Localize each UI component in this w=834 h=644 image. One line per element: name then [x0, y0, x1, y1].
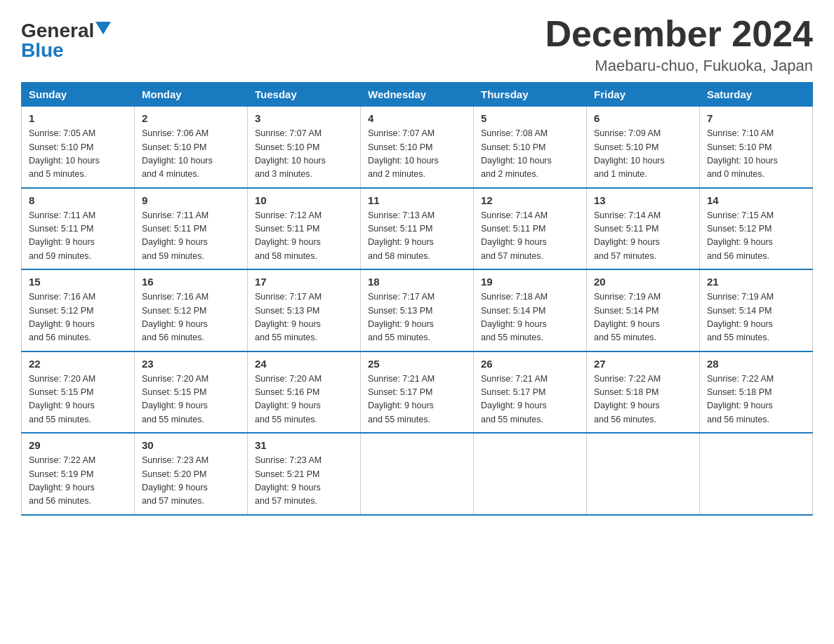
day-number: 16: [142, 276, 240, 288]
day-info: Sunrise: 7:15 AMSunset: 5:12 PMDaylight:…: [707, 209, 805, 264]
day-number: 31: [255, 439, 353, 451]
day-number: 12: [481, 194, 579, 206]
calendar-cell: 22Sunrise: 7:20 AMSunset: 5:15 PMDayligh…: [22, 351, 135, 434]
logo: General Blue: [21, 14, 111, 60]
day-number: 8: [29, 194, 127, 206]
day-number: 23: [142, 358, 240, 370]
day-info: Sunrise: 7:19 AMSunset: 5:14 PMDaylight:…: [594, 290, 692, 345]
page-header: General Blue December 2024 Maebaru-chuo,…: [21, 14, 813, 75]
calendar-cell: 29Sunrise: 7:22 AMSunset: 5:19 PMDayligh…: [22, 433, 135, 515]
calendar-cell: 27Sunrise: 7:22 AMSunset: 5:18 PMDayligh…: [587, 351, 700, 434]
calendar-header-row: SundayMondayTuesdayWednesdayThursdayFrid…: [22, 83, 813, 107]
day-number: 4: [368, 112, 466, 124]
calendar-week-row: 15Sunrise: 7:16 AMSunset: 5:12 PMDayligh…: [22, 269, 813, 351]
day-info: Sunrise: 7:17 AMSunset: 5:13 PMDaylight:…: [368, 290, 466, 345]
day-number: 24: [255, 358, 353, 370]
day-info: Sunrise: 7:22 AMSunset: 5:18 PMDaylight:…: [707, 373, 805, 427]
day-info: Sunrise: 7:14 AMSunset: 5:11 PMDaylight:…: [594, 209, 692, 264]
title-block: December 2024 Maebaru-chuo, Fukuoka, Jap…: [545, 14, 813, 75]
logo-general-text: General: [21, 21, 94, 41]
day-info: Sunrise: 7:20 AMSunset: 5:16 PMDaylight:…: [255, 373, 353, 427]
calendar-cell: [474, 433, 587, 515]
day-info: Sunrise: 7:16 AMSunset: 5:12 PMDaylight:…: [29, 290, 127, 345]
calendar-week-row: 1Sunrise: 7:05 AMSunset: 5:10 PMDaylight…: [22, 107, 813, 188]
day-number: 10: [255, 194, 353, 206]
weekday-header-monday: Monday: [135, 83, 248, 107]
calendar-cell: 8Sunrise: 7:11 AMSunset: 5:11 PMDaylight…: [22, 188, 135, 270]
calendar-week-row: 8Sunrise: 7:11 AMSunset: 5:11 PMDaylight…: [22, 188, 813, 270]
day-info: Sunrise: 7:11 AMSunset: 5:11 PMDaylight:…: [142, 209, 240, 264]
calendar-week-row: 22Sunrise: 7:20 AMSunset: 5:15 PMDayligh…: [22, 351, 813, 434]
day-number: 18: [368, 276, 466, 288]
logo-triangle-icon: [95, 22, 111, 37]
day-info: Sunrise: 7:19 AMSunset: 5:14 PMDaylight:…: [707, 290, 805, 345]
day-number: 17: [255, 276, 353, 288]
day-number: 21: [707, 276, 805, 288]
day-number: 6: [594, 112, 692, 124]
calendar-cell: 26Sunrise: 7:21 AMSunset: 5:17 PMDayligh…: [474, 351, 587, 434]
calendar-cell: 18Sunrise: 7:17 AMSunset: 5:13 PMDayligh…: [361, 269, 474, 351]
month-title: December 2024: [545, 14, 813, 54]
day-number: 20: [594, 276, 692, 288]
calendar-cell: 21Sunrise: 7:19 AMSunset: 5:14 PMDayligh…: [700, 269, 813, 351]
calendar-cell: 24Sunrise: 7:20 AMSunset: 5:16 PMDayligh…: [248, 351, 361, 434]
weekday-header-tuesday: Tuesday: [248, 83, 361, 107]
calendar-cell: 6Sunrise: 7:09 AMSunset: 5:10 PMDaylight…: [587, 107, 700, 188]
calendar-cell: [361, 433, 474, 515]
calendar-cell: 4Sunrise: 7:07 AMSunset: 5:10 PMDaylight…: [361, 107, 474, 188]
day-info: Sunrise: 7:13 AMSunset: 5:11 PMDaylight:…: [368, 209, 466, 264]
day-info: Sunrise: 7:16 AMSunset: 5:12 PMDaylight:…: [142, 290, 240, 345]
calendar-cell: 16Sunrise: 7:16 AMSunset: 5:12 PMDayligh…: [135, 269, 248, 351]
day-info: Sunrise: 7:21 AMSunset: 5:17 PMDaylight:…: [368, 373, 466, 427]
calendar-cell: [700, 433, 813, 515]
day-info: Sunrise: 7:22 AMSunset: 5:19 PMDaylight:…: [29, 454, 127, 509]
calendar-cell: 25Sunrise: 7:21 AMSunset: 5:17 PMDayligh…: [361, 351, 474, 434]
calendar-week-row: 29Sunrise: 7:22 AMSunset: 5:19 PMDayligh…: [22, 433, 813, 515]
day-number: 15: [29, 276, 127, 288]
weekday-header-friday: Friday: [587, 83, 700, 107]
day-number: 5: [481, 112, 579, 124]
weekday-header-saturday: Saturday: [700, 83, 813, 107]
day-info: Sunrise: 7:08 AMSunset: 5:10 PMDaylight:…: [481, 127, 579, 182]
calendar-cell: 9Sunrise: 7:11 AMSunset: 5:11 PMDaylight…: [135, 188, 248, 270]
day-info: Sunrise: 7:20 AMSunset: 5:15 PMDaylight:…: [142, 373, 240, 427]
day-number: 2: [142, 112, 240, 124]
day-info: Sunrise: 7:23 AMSunset: 5:21 PMDaylight:…: [255, 454, 353, 509]
calendar-cell: 28Sunrise: 7:22 AMSunset: 5:18 PMDayligh…: [700, 351, 813, 434]
day-number: 3: [255, 112, 353, 124]
calendar-cell: 13Sunrise: 7:14 AMSunset: 5:11 PMDayligh…: [587, 188, 700, 270]
calendar-cell: 15Sunrise: 7:16 AMSunset: 5:12 PMDayligh…: [22, 269, 135, 351]
calendar-cell: 3Sunrise: 7:07 AMSunset: 5:10 PMDaylight…: [248, 107, 361, 188]
day-info: Sunrise: 7:12 AMSunset: 5:11 PMDaylight:…: [255, 209, 353, 264]
calendar-table: SundayMondayTuesdayWednesdayThursdayFrid…: [21, 82, 813, 516]
calendar-cell: 2Sunrise: 7:06 AMSunset: 5:10 PMDaylight…: [135, 107, 248, 188]
day-number: 11: [368, 194, 466, 206]
calendar-cell: 7Sunrise: 7:10 AMSunset: 5:10 PMDaylight…: [700, 107, 813, 188]
svg-marker-0: [95, 22, 111, 34]
day-number: 14: [707, 194, 805, 206]
day-info: Sunrise: 7:23 AMSunset: 5:20 PMDaylight:…: [142, 454, 240, 509]
calendar-cell: 20Sunrise: 7:19 AMSunset: 5:14 PMDayligh…: [587, 269, 700, 351]
weekday-header-wednesday: Wednesday: [361, 83, 474, 107]
day-info: Sunrise: 7:14 AMSunset: 5:11 PMDaylight:…: [481, 209, 579, 264]
day-number: 13: [594, 194, 692, 206]
calendar-cell: 11Sunrise: 7:13 AMSunset: 5:11 PMDayligh…: [361, 188, 474, 270]
day-number: 9: [142, 194, 240, 206]
calendar-cell: 12Sunrise: 7:14 AMSunset: 5:11 PMDayligh…: [474, 188, 587, 270]
day-number: 28: [707, 358, 805, 370]
calendar-cell: 17Sunrise: 7:17 AMSunset: 5:13 PMDayligh…: [248, 269, 361, 351]
weekday-header-sunday: Sunday: [22, 83, 135, 107]
day-number: 29: [29, 439, 127, 451]
calendar-cell: 23Sunrise: 7:20 AMSunset: 5:15 PMDayligh…: [135, 351, 248, 434]
calendar-cell: 31Sunrise: 7:23 AMSunset: 5:21 PMDayligh…: [248, 433, 361, 515]
calendar-cell: 5Sunrise: 7:08 AMSunset: 5:10 PMDaylight…: [474, 107, 587, 188]
day-info: Sunrise: 7:21 AMSunset: 5:17 PMDaylight:…: [481, 373, 579, 427]
day-number: 19: [481, 276, 579, 288]
day-number: 27: [594, 358, 692, 370]
day-info: Sunrise: 7:10 AMSunset: 5:10 PMDaylight:…: [707, 127, 805, 182]
logo-blue-text: Blue: [21, 41, 64, 60]
day-info: Sunrise: 7:07 AMSunset: 5:10 PMDaylight:…: [368, 127, 466, 182]
calendar-cell: 19Sunrise: 7:18 AMSunset: 5:14 PMDayligh…: [474, 269, 587, 351]
day-info: Sunrise: 7:07 AMSunset: 5:10 PMDaylight:…: [255, 127, 353, 182]
weekday-header-thursday: Thursday: [474, 83, 587, 107]
